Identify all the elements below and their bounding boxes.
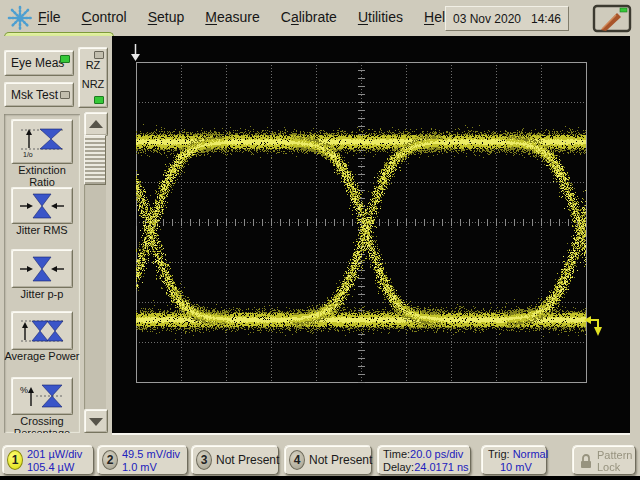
channel-level-marker-icon[interactable] [583,312,605,338]
up-arrow-icon [89,120,103,128]
extinction-ratio-button[interactable]: 1/o [11,119,73,164]
rz-nrz-toggle[interactable]: RZ NRZ [78,47,108,108]
bottom-strip [0,476,640,480]
rz-led [94,51,104,59]
menu-setup[interactable]: Setup [146,8,187,26]
msk-test-led [60,91,70,99]
svg-text:%: % [20,385,28,395]
channel-2-badge: 2 [102,450,118,470]
time-label: Time: [383,448,410,460]
eye-meas-label: Eye Meas [11,56,64,70]
trigger-button[interactable]: Trig: Normal 10 mV [481,445,547,475]
channel-4-status: Not Present [309,454,372,467]
menu-items: FileControlSetupMeasureCalibrateUtilitie… [36,8,455,26]
nrz-led [94,96,104,104]
menu-utilities[interactable]: Utilities [356,8,405,26]
trigger-marker-icon[interactable] [129,43,142,62]
channel-1-button[interactable]: 1 201 µW/div 105.4 µW [2,445,94,475]
nrz-option[interactable]: NRZ [79,78,107,90]
eye-meas-button[interactable]: Eye Meas [4,50,74,76]
scope-display [112,36,630,435]
trig-level: 10 mV [500,461,532,474]
channel-3-badge: 3 [196,450,212,470]
measurement-scrollbar[interactable] [84,112,106,433]
average-power-button[interactable] [11,311,73,350]
delay-label: Delay: [383,461,414,473]
channel-2-scale: 49.5 mV/div [122,448,180,461]
average-power-label: Average Power [4,350,80,362]
jitter-pp-icon [18,255,66,283]
jitter-rms-button[interactable] [11,187,73,224]
pattern-lock-button[interactable]: Pattern Lock [572,445,636,475]
channel-2-button[interactable]: 2 49.5 mV/div 1.0 mV [97,445,188,475]
msk-test-button[interactable]: Msk Test [4,82,74,107]
channel-2-offset: 1.0 mV [122,461,180,474]
rz-option[interactable]: RZ [79,59,107,71]
instrument-screen: FileControlSetupMeasureCalibrateUtilitie… [0,0,640,480]
menu-measure[interactable]: Measure [203,8,261,26]
channel-1-badge: 1 [7,450,23,470]
crossing-percentage-button[interactable]: % [11,377,73,415]
agilent-starburst-icon [7,5,33,31]
scrollbar-down-button[interactable] [84,409,108,433]
stylus-hand-icon [601,13,621,31]
time-value: 20.0 ps/div [410,448,463,460]
touchscreen-led [620,8,627,12]
menu-control[interactable]: Control [80,8,129,26]
msk-test-label: Msk Test [11,88,58,102]
channel-1-offset: 105.4 µW [27,461,82,474]
extinction-ratio-icon: 1/o [18,126,66,158]
jitter-pp-label: Jitter p-p [4,288,80,300]
crossing-percentage-label: Crossing Percentage [4,415,80,433]
trig-value: Normal [513,448,548,460]
jitter-pp-button[interactable] [11,249,73,288]
down-arrow-icon [89,418,103,426]
jitter-rms-label: Jitter RMS [4,224,80,236]
eye-diagram-canvas [112,36,630,431]
scrollbar-thumb[interactable] [84,135,106,185]
lock-icon [579,453,593,469]
touchscreen-button[interactable] [589,3,635,34]
delay-value: 24.0171 ns [414,461,468,473]
scrollbar-up-button[interactable] [84,112,108,136]
datetime-display[interactable]: 03 Nov 2020 14:46 [445,6,569,31]
crossing-percentage-icon: % [18,382,66,410]
menu-calibrate[interactable]: Calibrate [279,8,339,26]
channel-4-badge: 4 [289,450,305,470]
channel-3-status: Not Present [216,454,279,467]
channel-4-button[interactable]: 4 Not Present [284,445,372,475]
measurement-list: 1/o Extinction Ratio Jitter RMS Ji [4,114,80,433]
time-text: 14:46 [531,12,561,26]
menu-bar: FileControlSetupMeasureCalibrateUtilitie… [0,0,640,36]
channel-1-scale: 201 µW/div [27,448,82,461]
extinction-ratio-label: Extinction Ratio [4,164,80,188]
timebase-button[interactable]: Time:20.0 ps/div Delay:24.0171 ns [377,445,471,475]
eye-meas-led [60,55,70,63]
pattern-lock-label: Pattern Lock [597,449,635,473]
date-text: 03 Nov 2020 [453,12,521,26]
menu-file[interactable]: File [36,8,63,26]
left-control-panel: Eye Meas Msk Test RZ NRZ 1/o [0,36,112,433]
channel-3-button[interactable]: 3 Not Present [191,445,279,475]
jitter-rms-icon [18,192,66,220]
trig-label: Trig: [488,448,510,460]
average-power-icon [18,317,66,345]
svg-text:1/o: 1/o [23,151,33,158]
